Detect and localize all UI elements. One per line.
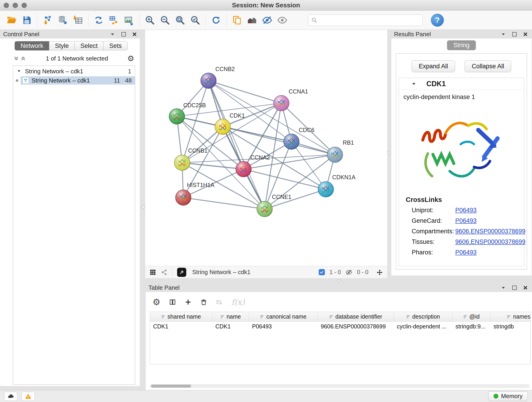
memory-button[interactable]: Memory [488,391,528,401]
zoom-selected-button[interactable] [188,12,203,28]
column-header[interactable]: name [212,312,249,321]
node-label-ccne1: CCNE1 [272,194,291,200]
minimize-window-button[interactable] [13,3,18,8]
panel-menu-caret-icon[interactable] [109,31,116,38]
scrollbar-thumb[interactable] [151,385,191,388]
column-header[interactable]: shared name [150,312,212,321]
collapse-all-icon[interactable] [13,55,20,62]
column-header[interactable]: canonical name [249,312,318,321]
zoom-in-icon [145,15,155,26]
node-label-ccna1: CCNA1 [289,88,308,95]
crosslink-link[interactable]: P06493 [455,249,476,256]
export-image-button[interactable] [121,12,137,28]
results-tab-string[interactable]: String [447,40,476,50]
column-header[interactable]: namespace [491,312,531,321]
node-label-cdk1: CDK1 [230,112,245,119]
import-network-from-file-button[interactable] [40,12,55,28]
float-panel-icon[interactable] [511,31,518,38]
network-node-hist1h1a[interactable]: HIST1H1A [176,182,215,205]
network-row[interactable]: String Network – cdk1 11 48 [13,76,135,85]
expand-all-button[interactable]: Expand All [412,61,455,72]
warnings-button[interactable] [22,392,35,401]
pan-move-icon[interactable] [376,269,383,276]
tree-expander-caret-icon[interactable] [17,68,21,75]
maximize-window-button[interactable] [22,3,27,8]
show-columns-icon[interactable] [169,299,176,306]
zoom-in-button[interactable] [142,12,157,28]
collapse-all-button[interactable]: Collapse All [465,61,511,72]
cloud-icon [7,393,14,400]
network-node-ccna1[interactable]: CCNA1 [273,88,308,111]
open-session-button[interactable] [4,12,19,28]
share-network-icon[interactable] [161,269,168,276]
close-panel-icon[interactable]: × [522,31,529,38]
network-tools-button[interactable] [91,12,106,28]
close-window-button[interactable] [4,3,9,8]
network-row-selected[interactable]: String Network – cdk1 11 48 [21,76,135,85]
column-attribute-icon [260,315,264,319]
tab-network[interactable]: Network [15,41,49,51]
network-node-cdkn1a[interactable]: CDKN1A [318,174,355,197]
import-network-from-database-button[interactable] [55,12,70,28]
section-collapse-caret-icon[interactable] [410,80,417,87]
network-graph[interactable]: CCNB2CCNA1CDC25BCDK1CDC6RB1CCNB1CCNA2CDK… [145,30,387,266]
hidden-eye-slash-icon[interactable] [346,269,352,276]
table-cell: 9606.ENSP00000378699 [318,322,394,331]
add-column-plus-icon[interactable] [185,299,191,306]
show-graphics-button[interactable] [275,12,290,28]
delete-column-trash-icon[interactable] [200,299,207,306]
expand-all-icon[interactable] [20,55,27,62]
search-input[interactable] [320,17,420,24]
left-splitter-handle[interactable] [142,205,145,209]
network-view-toolbar: String Network – cdk1 1 - 0 0 - 0 [145,266,387,278]
table-row[interactable]: CDK1 CDK1 P06493 9606.ENSP00000378699 cy… [150,322,530,331]
float-panel-icon[interactable] [511,284,518,291]
close-panel-icon[interactable]: × [522,284,529,291]
houses-icon [247,15,257,26]
save-icon [22,15,32,25]
crosslink-link[interactable]: 9606.ENSP00000378699 [455,238,525,245]
save-session-button[interactable] [19,12,34,28]
refresh-button[interactable] [209,12,224,28]
table-horizontal-scrollbar[interactable] [150,384,530,388]
birdseye-view-button[interactable] [177,268,186,277]
tab-style[interactable]: Style [49,41,75,51]
table-settings-gear-icon[interactable]: ⚙ [152,298,160,306]
network-table-tools-button[interactable] [106,12,121,28]
column-header[interactable]: description [394,312,452,321]
close-panel-icon[interactable]: × [131,31,138,38]
image-export-icon [124,15,134,26]
zoom-out-button[interactable] [157,12,172,28]
bottom-splitter-handle[interactable] [337,279,340,282]
home-button[interactable] [244,12,260,28]
crosslink-link[interactable]: P06493 [455,217,476,224]
toggle-graphics-details-button[interactable] [260,12,275,28]
network-node-ccnb2[interactable]: CCNB2 [201,66,235,89]
column-header[interactable]: database identifier [318,312,394,321]
network-node-rb1[interactable]: RB1 [327,139,354,162]
help-button[interactable]: ? [431,14,444,27]
network-collection-row[interactable]: String Network – cdk1 1 [13,67,135,75]
import-table-from-file-button[interactable] [70,12,85,28]
grid-view-icon[interactable] [149,269,156,276]
eye-icon [277,15,288,26]
right-splitter-handle[interactable] [387,151,391,154]
cloud-status-button[interactable] [4,392,17,401]
crosslink-link[interactable]: 9606.ENSP00000378699 [455,228,525,235]
tab-sets[interactable]: Sets [103,41,128,51]
network-node-ccnb1[interactable]: CCNB1 [174,147,208,171]
table-panel-title: Table Panel [148,284,180,291]
copy-button[interactable] [229,12,244,28]
crosslink-link[interactable]: P06493 [455,207,476,214]
gene-section-header[interactable]: CDK1 [399,78,524,90]
toolbar-search[interactable] [308,14,423,26]
column-header[interactable]: @id [452,312,491,321]
panel-menu-caret-icon[interactable] [500,284,507,291]
selected-checkbox[interactable] [319,269,325,275]
float-panel-icon[interactable] [120,31,127,38]
tab-select[interactable]: Select [75,41,104,51]
panel-menu-caret-icon[interactable] [500,31,507,38]
zoom-fit-button[interactable] [172,12,188,28]
network-options-gear-icon[interactable]: ⚙ [127,55,134,62]
network-node-ccne1[interactable]: CCNE1 [257,194,291,217]
